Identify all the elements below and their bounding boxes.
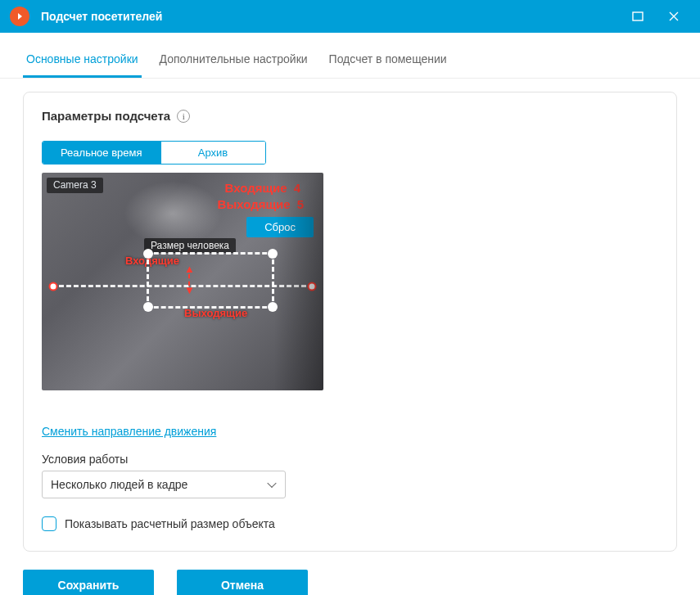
- size-handle-tr[interactable]: [268, 249, 278, 259]
- tab-room-counting[interactable]: Подсчет в помещении: [326, 47, 450, 78]
- tab-bar: Основные настройки Дополнительные настро…: [0, 33, 700, 79]
- cancel-button[interactable]: Отмена: [177, 570, 308, 595]
- checkbox-icon: [42, 516, 56, 531]
- info-icon[interactable]: i: [177, 110, 190, 123]
- overlay-outgoing-label: Выходящие: [218, 197, 291, 211]
- line-handle-left[interactable]: [49, 282, 58, 291]
- app-window: Подсчет посетителей Основные настройки Д…: [0, 0, 700, 595]
- work-mode-value: Несколько людей в кадре: [51, 478, 187, 491]
- close-button[interactable]: [656, 0, 692, 33]
- show-size-checkbox[interactable]: Показывать расчетный размер объекта: [42, 516, 658, 531]
- tab-main-settings[interactable]: Основные настройки: [23, 47, 142, 78]
- overlay-incoming: Входящие4: [225, 181, 300, 195]
- mode-segmented: Реальное время Архив: [42, 141, 266, 165]
- maximize-button[interactable]: [620, 0, 656, 33]
- direction-out-label: Выходящие: [184, 307, 247, 319]
- overlay-incoming-label: Входящие: [225, 181, 287, 195]
- content: Параметры подсчета i Реальное время Архи…: [0, 79, 700, 595]
- size-handle-bl[interactable]: [143, 302, 153, 312]
- direction-arrow-icon: ▲▼: [184, 264, 195, 295]
- window-title: Подсчет посетителей: [41, 10, 620, 23]
- overlay-incoming-count: 4: [294, 181, 300, 195]
- line-handle-right[interactable]: [308, 282, 317, 291]
- save-button[interactable]: Сохранить: [23, 570, 154, 595]
- show-size-label: Показывать расчетный размер объекта: [65, 517, 275, 530]
- camera-label: Camera 3: [47, 178, 103, 193]
- person-size-label: Размер человека: [144, 238, 236, 253]
- overlay-outgoing: Выходящие5: [218, 197, 304, 211]
- svg-rect-0: [633, 12, 643, 20]
- app-logo-icon: [10, 7, 29, 26]
- action-buttons: Сохранить Отмена: [23, 570, 677, 595]
- work-mode-label: Условия работы: [42, 453, 658, 466]
- counting-params-card: Параметры подсчета i Реальное время Архи…: [23, 92, 677, 552]
- person-size-rect[interactable]: [147, 252, 274, 309]
- reset-button[interactable]: Сброс: [246, 217, 314, 237]
- tab-extra-settings[interactable]: Дополнительные настройки: [156, 47, 311, 78]
- mode-realtime[interactable]: Реальное время: [43, 142, 160, 164]
- swap-direction-link[interactable]: Сменить направление движения: [42, 425, 216, 438]
- titlebar: Подсчет посетителей: [0, 0, 700, 33]
- size-handle-br[interactable]: [268, 302, 278, 312]
- mode-archive[interactable]: Архив: [160, 142, 265, 164]
- card-title: Параметры подсчета: [42, 109, 170, 123]
- card-header: Параметры подсчета i: [42, 109, 658, 123]
- work-mode-select[interactable]: Несколько людей в кадре: [42, 471, 286, 498]
- overlay-outgoing-count: 5: [297, 197, 304, 211]
- video-preview[interactable]: Camera 3 Входящие4 Выходящие5 Сброс Разм…: [42, 173, 323, 390]
- size-handle-tl[interactable]: [143, 249, 153, 259]
